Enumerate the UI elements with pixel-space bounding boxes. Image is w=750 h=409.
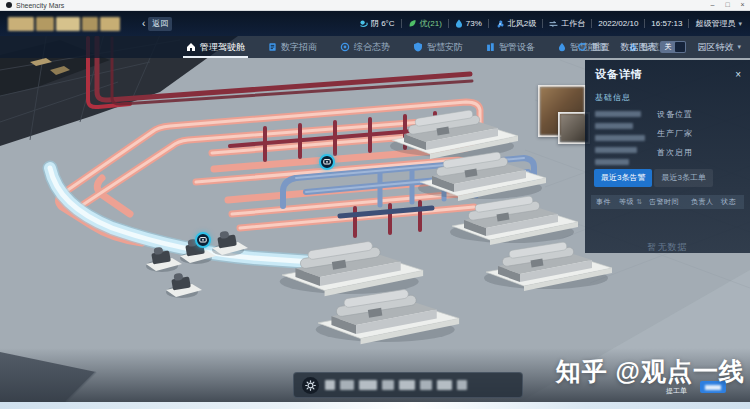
panel-close-icon[interactable]: × bbox=[735, 70, 741, 80]
redacted-floor-buttons[interactable] bbox=[325, 380, 467, 390]
app-icon bbox=[6, 2, 12, 8]
user-menu[interactable]: 超级管理员 ▾ bbox=[695, 18, 742, 29]
col-owner: 负责人 bbox=[691, 197, 721, 207]
data-chart-toggle-group: 数据图表 关 bbox=[620, 41, 686, 54]
pump-icon bbox=[323, 158, 331, 166]
col-status: 状态 bbox=[721, 197, 743, 207]
home-icon bbox=[186, 42, 196, 52]
drop-icon bbox=[558, 42, 566, 52]
time-label: 16:57:13 bbox=[651, 19, 682, 28]
back-label: 返回 bbox=[148, 17, 172, 31]
col-event: 事件 bbox=[591, 197, 619, 207]
data-chart-label: 数据图表 bbox=[620, 41, 656, 54]
redacted-field-labels bbox=[595, 111, 645, 171]
tab-equipment[interactable]: 智管设备 bbox=[486, 36, 535, 58]
chevron-down-icon: ▾ bbox=[737, 43, 741, 51]
floor-selector-bar[interactable] bbox=[293, 372, 523, 398]
workbench-icon bbox=[549, 20, 558, 28]
chevron-down-icon: ▾ bbox=[738, 20, 742, 28]
nav-tabbar: 管理驾驶舱 数字招商 综合态势 智慧安防 bbox=[0, 36, 750, 58]
sort-icon: ⇅ bbox=[636, 198, 642, 205]
app-header: ‹ 返回 阴 6°C 优(21) 73% bbox=[0, 11, 750, 36]
field-manufacturer: 生产厂家 bbox=[657, 128, 693, 139]
weather-icon bbox=[359, 19, 368, 28]
aqi-item: 优(21) bbox=[408, 18, 442, 29]
tab-recent-alarms[interactable]: 最近3条告警 bbox=[594, 169, 652, 187]
close-button[interactable]: × bbox=[735, 0, 750, 10]
window-titlebar: Sheencity Mars – □ × bbox=[0, 0, 750, 11]
device-detail-panel: 设备详情 × 基础信息 设备位置 生产厂家 首次启用 最近3条告警 最近3条工单… bbox=[585, 60, 750, 253]
tab-security[interactable]: 智慧安防 bbox=[413, 36, 463, 58]
device-marker[interactable] bbox=[195, 232, 211, 248]
field-device-location: 设备位置 bbox=[657, 109, 693, 120]
humidity-item: 73% bbox=[455, 19, 482, 28]
device-marker[interactable] bbox=[319, 154, 335, 170]
tab-overview[interactable]: 综合态势 bbox=[340, 36, 390, 58]
basic-info-fields: 设备位置 生产厂家 首次启用 bbox=[585, 109, 750, 167]
park-effects-dropdown[interactable]: 园区特效 ▾ bbox=[697, 41, 741, 54]
tab-recent-workorders[interactable]: 最近3条工单 bbox=[654, 169, 712, 187]
water-drop-icon bbox=[455, 19, 463, 28]
col-alarm-time: 告警时间 bbox=[649, 197, 691, 207]
gear-icon bbox=[305, 380, 316, 391]
tab-digital-investment[interactable]: 数字招商 bbox=[268, 36, 317, 58]
workbench-item[interactable]: 工作台 bbox=[549, 18, 585, 29]
maximize-button[interactable]: □ bbox=[720, 0, 735, 10]
target-icon bbox=[340, 42, 350, 52]
date-label: 2022/02/10 bbox=[598, 19, 638, 28]
zhihu-watermark: 知乎 @观点一线 bbox=[556, 355, 745, 388]
fan-icon bbox=[495, 19, 505, 29]
reset-view-button[interactable]: 重置 bbox=[577, 41, 609, 54]
leaf-icon bbox=[408, 19, 417, 28]
empty-state-text: 暂无数据 bbox=[585, 241, 750, 254]
window-title: Sheencity Mars bbox=[16, 2, 64, 9]
building-icon bbox=[486, 42, 495, 52]
status-bar: 阴 6°C 优(21) 73% 北风2级 bbox=[359, 18, 742, 29]
document-icon bbox=[268, 42, 277, 52]
weather-item: 阴 6°C bbox=[359, 18, 395, 29]
wind-item: 北风2级 bbox=[495, 18, 536, 29]
pump-icon bbox=[199, 236, 207, 244]
shield-icon bbox=[413, 42, 423, 52]
basic-info-section-label: 基础信息 bbox=[595, 92, 750, 103]
park-logo-redacted bbox=[8, 17, 120, 31]
chevron-left-icon: ‹ bbox=[142, 19, 145, 29]
data-chart-toggle[interactable]: 关 bbox=[660, 41, 686, 53]
col-level[interactable]: 等级 ⇅ bbox=[619, 197, 649, 207]
field-first-enabled: 首次启用 bbox=[657, 147, 693, 158]
alarm-table-header: 事件 等级 ⇅ 告警时间 负责人 状态 bbox=[591, 195, 744, 209]
reset-icon bbox=[577, 42, 587, 52]
taskbar-edge bbox=[0, 402, 750, 409]
toggle-knob bbox=[675, 42, 685, 52]
panel-title: 设备详情 bbox=[595, 67, 643, 82]
settings-button[interactable] bbox=[302, 377, 319, 394]
tab-cockpit[interactable]: 管理驾驶舱 bbox=[186, 36, 245, 58]
back-button[interactable]: ‹ 返回 bbox=[142, 17, 172, 31]
minimize-button[interactable]: – bbox=[705, 0, 720, 10]
